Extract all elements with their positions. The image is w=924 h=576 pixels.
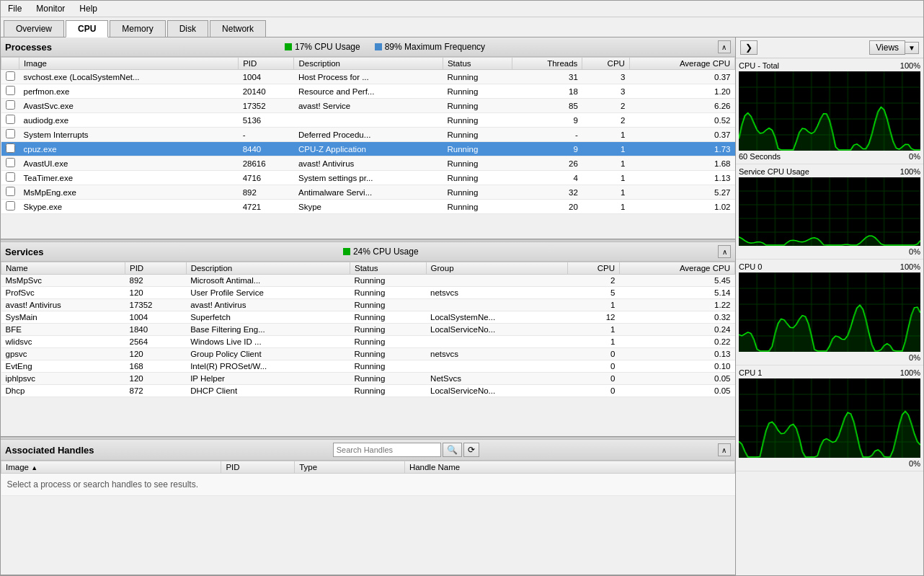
col-status[interactable]: Status [443,58,512,70]
service-row[interactable]: Dhcp 872 DHCP Client Running LocalServic… [1,385,735,397]
process-desc: Host Process for ... [294,70,443,84]
svc-col-group[interactable]: Group [426,262,568,275]
process-desc: avast! Antivirus [294,156,443,171]
process-cb[interactable] [1,185,19,200]
process-row[interactable]: AvastSvc.exe 17352 avast! Service Runnin… [1,99,735,113]
menu-file[interactable]: File [4,2,26,15]
services-section: Services 24% CPU Usage ∧ Name [1,242,735,437]
handles-collapse-btn[interactable]: ∧ [718,443,731,456]
processes-collapse-btn[interactable]: ∧ [718,40,731,53]
process-cb[interactable] [1,200,19,214]
svc-col-name[interactable]: Name [1,262,125,275]
svc-col-status[interactable]: Status [350,262,427,275]
services-collapse-btn[interactable]: ∧ [718,245,731,258]
svc-name: BFE [1,324,125,336]
service-row[interactable]: avast! Antivirus 17352 avast! Antivirus … [1,299,735,311]
svc-col-cpu[interactable]: CPU [568,262,620,275]
cpu-usage-dot [285,43,292,50]
search-button[interactable]: 🔍 [443,443,462,457]
process-cpu: 2 [582,113,630,128]
views-dropdown-arrow[interactable]: ▼ [905,42,919,54]
service-row[interactable]: iphlpsvc 120 IP Helper Running NetSvcs 0… [1,373,735,385]
svc-pid: 2564 [125,336,187,348]
svc-name: wlidsvc [1,336,125,348]
nav-back-btn[interactable]: ❯ [740,40,758,55]
process-cb[interactable] [1,128,19,142]
svc-cpu: 0 [568,360,620,373]
col-pid[interactable]: PID [239,58,294,70]
process-cb[interactable] [1,142,19,156]
col-threads[interactable]: Threads [512,58,582,70]
process-cpu: 1 [582,200,630,214]
tab-disk[interactable]: Disk [167,20,208,37]
svc-name: gpsvc [1,348,125,360]
process-row[interactable]: Skype.exe 4721 Skype Running 20 1 1.02 [1,200,735,214]
svc-col-desc[interactable]: Description [186,262,350,275]
service-row[interactable]: EvtEng 168 Intel(R) PROSet/W... Running … [1,360,735,373]
service-row[interactable]: gpsvc 120 Group Policy Client Running ne… [1,348,735,360]
service-row[interactable]: ProfSvc 120 User Profile Service Running… [1,287,735,299]
svc-group: NetSvcs [426,373,568,385]
menu-help[interactable]: Help [75,2,102,15]
tab-overview[interactable]: Overview [4,20,64,37]
svc-col-avg-cpu[interactable]: Average CPU [619,262,734,275]
process-cb[interactable] [1,84,19,99]
process-pid: 28616 [239,156,294,171]
col-desc[interactable]: Description [294,58,443,70]
process-cb[interactable] [1,70,19,84]
process-row[interactable]: MsMpEng.exe 892 Antimalware Servi... Run… [1,185,735,200]
service-row[interactable]: SysMain 1004 Superfetch Running LocalSys… [1,311,735,324]
hcol-handle-name[interactable]: Handle Name [404,461,734,474]
right-header: ❯ Views ▼ [736,37,923,58]
service-row[interactable]: wlidsvc 2564 Windows Live ID ... Running… [1,336,735,348]
col-avg-cpu[interactable]: Average CPU [629,58,734,70]
right-panel: ❯ Views ▼ CPU - Total 100% 60 Seconds 0%… [736,37,923,575]
svc-desc: DHCP Client [186,385,350,397]
tab-cpu[interactable]: CPU [66,20,108,37]
col-image[interactable]: Image [19,58,239,70]
process-row[interactable]: cpuz.exe 8440 CPU-Z Application Running … [1,142,735,156]
handles-table-container[interactable]: Image ▲ PID Type Handle Name Select a pr… [1,461,735,575]
process-row[interactable]: System Interrupts - Deferred Procedu... … [1,128,735,142]
svc-pid: 1004 [125,311,187,324]
process-row[interactable]: audiodg.exe 5136 Running 9 2 0.52 [1,113,735,128]
service-row[interactable]: BFE 1840 Base Filtering Eng... Running L… [1,324,735,336]
svc-cpu: 1 [568,336,620,348]
tab-memory[interactable]: Memory [110,20,165,37]
process-cb[interactable] [1,99,19,113]
services-table-container[interactable]: Name PID Description Status Group CPU Av… [1,262,735,436]
process-pid: 17352 [239,99,294,113]
process-avg-cpu: 0.37 [629,128,734,142]
handles-title: Associated Handles [5,445,94,456]
process-cb[interactable] [1,156,19,171]
hcol-pid[interactable]: PID [221,461,295,474]
graph-pct-0: 100% [900,61,920,70]
process-row[interactable]: TeaTimer.exe 4716 System settings pr... … [1,171,735,185]
process-row[interactable]: svchost.exe (LocalSystemNet... 1004 Host… [1,70,735,84]
hcol-image[interactable]: Image ▲ [1,461,221,474]
tab-network[interactable]: Network [210,20,266,37]
col-cb[interactable] [1,58,19,70]
process-cb[interactable] [1,113,19,128]
search-handles-input[interactable] [333,443,441,457]
hcol-type[interactable]: Type [295,461,405,474]
process-desc: Antimalware Servi... [294,185,443,200]
svc-cpu: 2 [568,275,620,287]
processes-table-container[interactable]: Image PID Description Status Threads CPU… [1,57,735,239]
process-avg-cpu: 1.68 [629,156,734,171]
process-row[interactable]: AvastUI.exe 28616 avast! Antivirus Runni… [1,156,735,171]
process-cb[interactable] [1,171,19,185]
menu-monitor[interactable]: Monitor [32,2,69,15]
svc-name: ProfSvc [1,287,125,299]
process-threads: 4 [512,171,582,185]
handles-table: Image ▲ PID Type Handle Name Select a pr… [1,461,735,496]
col-cpu[interactable]: CPU [582,58,630,70]
service-row[interactable]: MsMpSvc 892 Microsoft Antimal... Running… [1,275,735,287]
refresh-button[interactable]: ⟳ [463,443,479,457]
svc-name: EvtEng [1,360,125,373]
views-label[interactable]: Views [869,40,905,55]
svc-desc: Intel(R) PROSet/W... [186,360,350,373]
process-threads: 31 [512,70,582,84]
svc-col-pid[interactable]: PID [125,262,187,275]
process-row[interactable]: perfmon.exe 20140 Resource and Perf... R… [1,84,735,99]
